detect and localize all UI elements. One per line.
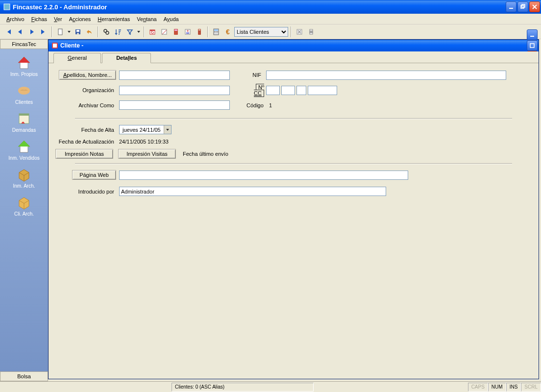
undo-icon[interactable] — [84, 26, 95, 37]
menu-acciones[interactable]: Acciones — [66, 15, 95, 23]
svg-rect-13 — [162, 29, 167, 34]
delete-icon[interactable] — [294, 26, 305, 37]
cliente-icon — [51, 42, 58, 49]
menu-ver[interactable]: Ver — [50, 15, 66, 23]
nif-label: NIF — [246, 72, 266, 78]
svg-rect-4 — [58, 29, 62, 35]
cc-input-2[interactable] — [281, 86, 295, 95]
status-ins: INS — [506, 383, 521, 392]
calendar-icon[interactable]: 6 — [147, 26, 158, 37]
sidebar-item-clientes[interactable]: Clientes — [0, 80, 48, 108]
sidebar-item-inm-vendidos[interactable]: Inm. Vendidos — [0, 136, 48, 164]
sidebar-footer[interactable]: Bolsa — [0, 371, 48, 381]
find-icon[interactable] — [101, 26, 112, 37]
statusbar: Clientes: 0 (ASC Alias) CAPS NUM INS SCR… — [0, 381, 541, 392]
sub-title: Cliente - — [60, 42, 527, 49]
ncc-button[interactable]: Nº CC — [254, 84, 264, 97]
fecha-alta-combo[interactable]: jueves 24/11/05 — [119, 125, 172, 134]
svg-rect-29 — [310, 33, 313, 34]
sidebar-item-inm-propios[interactable]: Inm. Propios — [0, 52, 48, 80]
fecha-act-label: Fecha de Actualización — [55, 139, 119, 145]
menu-ventana[interactable]: Ventana — [133, 15, 160, 23]
menu-archivo[interactable]: Archivo — [3, 15, 28, 23]
restore-button[interactable] — [517, 1, 528, 12]
sidebar-item-inm-arch[interactable]: Inm. Arch. — [0, 164, 48, 192]
sidebar-header[interactable]: FincasTec — [0, 39, 48, 49]
status-caps: CAPS — [468, 383, 488, 392]
svg-text:6: 6 — [151, 29, 154, 35]
impresion-visitas-button[interactable]: Impresión Visitas — [118, 149, 176, 159]
svg-rect-25 — [217, 31, 218, 32]
toolbar: 6 € Lista Clientes — [0, 24, 541, 39]
apellidos-button[interactable]: Apellidos, Nombre... — [59, 70, 116, 80]
svg-rect-3 — [522, 4, 525, 7]
nav-first-icon[interactable] — [3, 26, 14, 37]
sidebar-item-demandas[interactable]: Demandas — [0, 108, 48, 136]
sidebar: FincasTec Inm. Propios Clientes Demandas… — [0, 39, 48, 381]
cc-input-4[interactable] — [308, 86, 337, 95]
list-combo[interactable]: Lista Clientes — [234, 27, 288, 37]
nif-input[interactable] — [266, 71, 506, 80]
close-button[interactable] — [529, 1, 540, 12]
nav-last-icon[interactable] — [38, 26, 49, 37]
codigo-label: Código — [246, 102, 266, 108]
status-clientes: Clientes: 0 (ASC Alias) — [172, 383, 314, 392]
menu-herramientas[interactable]: Herramientas — [94, 15, 133, 23]
note-icon[interactable] — [159, 26, 170, 37]
menu-fichas[interactable]: Fichas — [28, 15, 50, 23]
codigo-value: 1 — [266, 102, 272, 108]
minimize-button[interactable] — [506, 1, 516, 12]
introducido-input[interactable] — [119, 187, 386, 196]
menubar: Archivo Fichas Ver Acciones Herramientas… — [0, 14, 541, 24]
svg-rect-22 — [214, 29, 218, 31]
contact-icon[interactable] — [182, 26, 193, 37]
tab-general[interactable]: General — [53, 53, 101, 63]
archivar-label: Archivar Como — [55, 102, 119, 108]
filter-dropdown-icon[interactable] — [136, 26, 141, 37]
window-title: Fincastec 2.2.0 - Administrador — [13, 3, 506, 11]
impresion-notas-button[interactable]: Impresión Notas — [55, 149, 113, 159]
apellidos-input[interactable] — [119, 71, 230, 80]
organizacion-input[interactable] — [119, 86, 230, 95]
archivar-input[interactable] — [119, 100, 230, 110]
svg-rect-2 — [521, 5, 524, 8]
menu-ayuda[interactable]: Ayuda — [160, 15, 182, 23]
calculator-red-icon[interactable] — [171, 26, 181, 37]
sub-titlebar: Cliente - — [49, 40, 539, 51]
box2-icon — [16, 195, 32, 210]
print-icon[interactable] — [306, 26, 317, 37]
svg-rect-0 — [4, 4, 10, 10]
new-doc-dropdown-icon[interactable] — [67, 26, 72, 37]
save-icon[interactable] — [73, 26, 83, 37]
cc-input-3[interactable] — [296, 86, 306, 95]
sidebar-item-cli-arch[interactable]: Cli. Arch. — [0, 192, 48, 220]
sub-maximize-button[interactable] — [527, 40, 538, 51]
dropdown-icon[interactable] — [164, 125, 171, 134]
svg-rect-36 — [530, 44, 534, 48]
nav-prev-icon[interactable] — [15, 26, 25, 37]
svg-rect-24 — [216, 31, 217, 32]
svg-rect-15 — [174, 29, 177, 31]
svg-rect-32 — [19, 114, 29, 116]
tab-strip: General Detalles — [49, 52, 539, 63]
euro-icon[interactable]: € — [222, 26, 233, 37]
new-doc-icon[interactable] — [55, 26, 66, 37]
cc-input-1[interactable] — [266, 86, 280, 95]
svg-rect-1 — [509, 8, 513, 9]
house-green-icon — [16, 139, 32, 154]
box-icon — [16, 167, 32, 182]
divider-1 — [75, 118, 512, 119]
phone-icon[interactable] — [194, 26, 205, 37]
pagina-web-input[interactable] — [119, 171, 408, 180]
sort-icon[interactable] — [113, 26, 123, 37]
filter-icon[interactable] — [124, 26, 135, 37]
svg-rect-18 — [186, 32, 189, 34]
svg-point-17 — [187, 30, 189, 32]
subwindow-cliente: Cliente - General Detalles Apellidos, No… — [48, 39, 539, 379]
sub-minimize-button[interactable] — [527, 29, 538, 40]
calculator-icon[interactable] — [211, 26, 221, 37]
nav-next-icon[interactable] — [26, 26, 37, 37]
svg-rect-35 — [530, 36, 534, 37]
pagina-web-button[interactable]: Página Web — [72, 170, 116, 180]
tab-detalles[interactable]: Detalles — [102, 53, 151, 63]
